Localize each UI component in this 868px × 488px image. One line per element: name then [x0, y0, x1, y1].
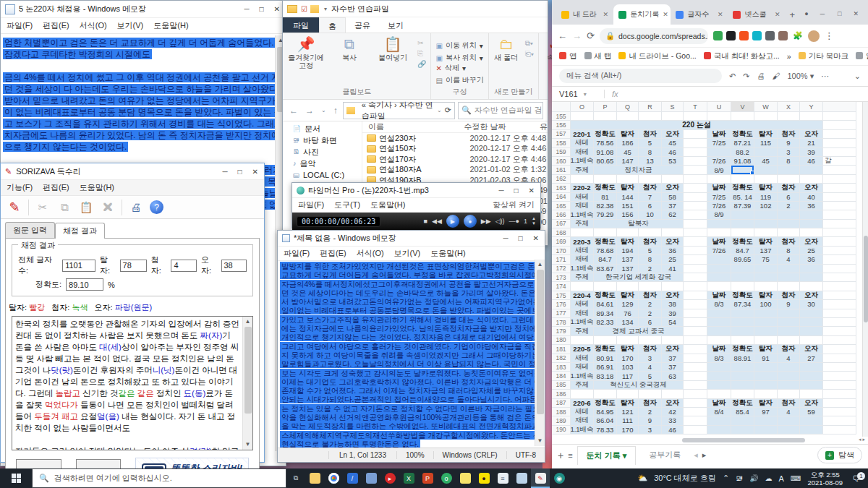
sheet-row-156[interactable]: 156220 논설: [552, 121, 868, 129]
sheet-row-157[interactable]: 157220-1정확도탈자첨자오자날짜정확도탈자첨자오자: [552, 130, 868, 139]
sheet-row-160[interactable]: 1601.1배속80.6514713537/2691.0845846갈: [552, 157, 868, 166]
extension-icon-2[interactable]: [739, 31, 749, 40]
notepad-icon[interactable]: ≡: [493, 468, 512, 488]
menu-item-1[interactable]: 편집(E): [320, 248, 346, 259]
copy-icon[interactable]: ⧉: [56, 200, 72, 215]
excel-icon[interactable]: X: [399, 468, 418, 488]
explorer-titlebar[interactable]: ☑ ▾ 자수반 연습파일: [283, 1, 548, 17]
refresh-icon[interactable]: ⟳: [445, 106, 451, 115]
back-icon[interactable]: ←: [287, 106, 300, 116]
address-bar[interactable]: « 속기사 › 자수반 연습파일 ⌄ ⟳: [343, 102, 455, 119]
menu-item-0[interactable]: 기능(F): [7, 182, 33, 193]
minimize-icon[interactable]: ─: [222, 168, 227, 176]
task-view-icon[interactable]: ⧉: [286, 468, 305, 488]
close-icon[interactable]: ✕: [533, 234, 539, 242]
address-dropdown-icon[interactable]: ⌄: [437, 107, 442, 114]
minimize-icon[interactable]: ─: [503, 234, 508, 242]
menu-item-2[interactable]: 서식(O): [357, 248, 384, 259]
copy-to-button[interactable]: ▣복사 위치 ▾: [435, 53, 483, 63]
paste-icon[interactable]: 📋: [78, 200, 94, 215]
column-header-W[interactable]: W: [754, 102, 778, 112]
sheet-row-172[interactable]: 1721.1배속83.67137241: [552, 265, 868, 273]
touch-keyboard-icon[interactable]: ⌨: [791, 474, 801, 482]
minimize-icon[interactable]: ─: [244, 5, 249, 13]
sheet-row-187[interactable]: 187220-6정확도탈자첨자오자날짜정확도탈자첨자오자: [552, 399, 868, 408]
speed-stepper[interactable]: ▲▼: [532, 216, 536, 226]
sheet-row-161[interactable]: 161주제정치자금8/9: [552, 166, 868, 174]
sheet-tab-active[interactable]: 둔치 기록 ▾: [577, 446, 637, 465]
extension-icon-3[interactable]: [752, 31, 762, 40]
gom-player-icon[interactable]: o: [437, 468, 456, 488]
explore-button[interactable]: 탐색: [817, 447, 862, 463]
sheet-row-159[interactable]: 159재테91.084584688.2339: [552, 148, 868, 157]
menu-item-4[interactable]: 도움말(H): [430, 248, 465, 259]
rename-button[interactable]: ▤이름 바꾸기: [435, 75, 483, 85]
notepad1-titlebar[interactable]: 5 논220자 채점용 - Windows 메모장 ─□✕: [1, 1, 286, 18]
bookmarks-overflow[interactable]: »: [787, 52, 791, 61]
column-header-U[interactable]: U: [707, 102, 731, 112]
result-scrollbar[interactable]: ▲ ▼: [242, 317, 252, 450]
close-icon[interactable]: ✕: [529, 187, 535, 194]
weather-cloud-icon[interactable]: ⛅: [637, 474, 647, 483]
sheet-row-158[interactable]: 158새테78.561865457/2587.21115921: [552, 139, 868, 147]
move-to-button[interactable]: ▣이동 위치 ▾: [435, 40, 483, 51]
extension-icon-1[interactable]: [726, 31, 736, 40]
tab-close-icon[interactable]: ✕: [718, 11, 723, 18]
menu-item-0[interactable]: 파일(F): [284, 248, 310, 259]
notepad2-titlebar[interactable]: *제목 없음 - Windows 메모장 ─□✕: [278, 231, 545, 247]
tab-close-icon[interactable]: ✕: [663, 11, 668, 18]
sheet-row-180[interactable]: 180: [552, 336, 868, 345]
volume-slider[interactable]: —●: [509, 218, 519, 225]
column-header-P[interactable]: P: [594, 102, 617, 112]
column-name[interactable]: 이름: [362, 121, 464, 132]
column-type[interactable]: 유: [540, 121, 548, 132]
pen-tool-icon[interactable]: ✎: [7, 200, 22, 215]
redo-icon[interactable]: ↷: [743, 72, 749, 81]
sheet-row-182[interactable]: 182새테80.911703378/388.9191427: [552, 354, 868, 363]
cut-icon[interactable]: ✂: [35, 200, 51, 215]
add-sheet-icon[interactable]: +: [558, 450, 563, 461]
sheet-row-167[interactable]: 167주제탈북자: [552, 220, 868, 228]
tab-share[interactable]: 공유: [346, 17, 379, 33]
notification-center-icon[interactable]: 🗨1: [849, 474, 864, 483]
clock[interactable]: 오후 2:552021-08-09: [807, 471, 843, 487]
name-box[interactable]: V161▾: [552, 90, 604, 98]
sheet-tab-study[interactable]: 공부기록: [640, 446, 689, 464]
sheet-row-168[interactable]: 168: [552, 228, 868, 237]
sheet-row-165[interactable]: 165재테82.381516377/2687.39102236: [552, 202, 868, 210]
paste-button[interactable]: 📋붙여넣기: [374, 36, 412, 61]
quick-access-check-icon[interactable]: ☑: [301, 5, 307, 13]
sheet-nav-left-icon[interactable]: ◂: [694, 450, 698, 460]
reading-list[interactable]: 읽기 목록: [856, 51, 868, 61]
menu-item-1[interactable]: 편집(E): [43, 182, 69, 193]
menu-tools[interactable]: 도구(T): [334, 200, 360, 210]
taskbar-search-input[interactable]: 🔍 검색하려면 여기에 입력하십시오.: [32, 468, 286, 488]
sheet-row-162[interactable]: 162: [552, 175, 868, 184]
column-header-O[interactable]: O: [571, 102, 594, 112]
browser-menu-icon[interactable]: ⋮: [825, 30, 834, 41]
forward-icon[interactable]: →: [303, 106, 316, 116]
sorizava-titlebar[interactable]: ✎ SORIZAVA 독수리 ─□✕: [1, 163, 264, 180]
column-date[interactable]: 수정한 날짜: [464, 121, 540, 132]
sheet-row-173[interactable]: 173주제한국기업 세계화 강국: [552, 273, 868, 282]
undo-icon[interactable]: ↶: [729, 72, 736, 81]
sheet-row-179[interactable]: 179주제경제 교과서 중국: [552, 327, 868, 335]
paste-shortcut-icon[interactable]: 🔗: [417, 60, 426, 68]
print-icon[interactable]: 🖨: [128, 200, 144, 215]
timer-app-icon[interactable]: ◉: [550, 468, 569, 488]
media-app-icon[interactable]: [362, 468, 380, 488]
sheet-row-170[interactable]: 170새테78.681945367/2684.7137825: [552, 247, 868, 255]
tab-score-result[interactable]: 채점 결과: [55, 223, 105, 239]
column-header-Q[interactable]: Q: [617, 102, 639, 112]
sidebar-item-1[interactable]: 🖳바탕 화면: [283, 134, 362, 146]
menu-item-3[interactable]: 보기(V): [117, 20, 144, 31]
close-icon[interactable]: ✕: [252, 168, 258, 176]
weather-text[interactable]: 30°C 대체로 흐림: [654, 473, 716, 484]
browser-tab-0[interactable]: 내 드라✕: [556, 4, 613, 25]
sidebar-item-3[interactable]: ♪음악: [283, 158, 362, 169]
sheet-row-190[interactable]: 1901.1배속78.33170346: [552, 426, 868, 435]
sheet-row-183[interactable]: 183재테86.91103437: [552, 363, 868, 372]
extension-icon-0[interactable]: [713, 31, 723, 40]
browser-tab-2[interactable]: 글자수✕: [671, 4, 728, 25]
column-header-R[interactable]: R: [639, 102, 662, 112]
